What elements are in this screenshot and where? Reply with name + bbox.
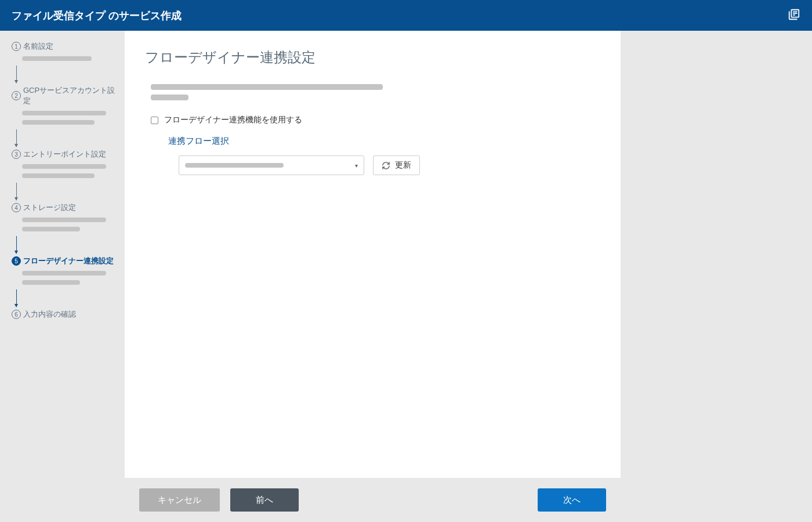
header-action-icon[interactable] <box>788 8 800 23</box>
page-title: ファイル受信タイプ のサービス作成 <box>12 9 182 23</box>
placeholder-line <box>22 111 106 115</box>
checkbox-label: フローデザイナー連携機能を使用する <box>164 115 302 125</box>
placeholder-line <box>151 95 188 100</box>
next-button[interactable]: 次へ <box>538 488 606 512</box>
step-label: エントリーポイント設定 <box>23 149 106 160</box>
step-label: フローデザイナー連携設定 <box>23 256 114 266</box>
step-number-icon: 5 <box>12 256 21 266</box>
placeholder-line <box>22 271 106 276</box>
step-number-icon: 2 <box>12 91 21 100</box>
placeholder-line <box>22 120 95 125</box>
step-5-current[interactable]: 5 フローデザイナー連携設定 <box>12 256 119 285</box>
step-connector-icon <box>16 289 17 307</box>
step-1[interactable]: 1 名前設定 <box>12 41 119 61</box>
step-3[interactable]: 3 エントリーポイント設定 <box>12 149 119 178</box>
flow-select-dropdown[interactable]: ▾ <box>179 155 364 175</box>
refresh-label: 更新 <box>395 160 411 171</box>
chevron-down-icon: ▾ <box>355 162 358 169</box>
use-flow-designer-checkbox[interactable] <box>151 117 158 124</box>
placeholder-line <box>151 84 383 90</box>
step-6[interactable]: 6 入力内容の確認 <box>12 309 119 320</box>
placeholder-line <box>185 163 284 168</box>
app-header: ファイル受信タイプ のサービス作成 <box>0 0 812 31</box>
content-title: フローデザイナー連携設定 <box>145 48 600 67</box>
content-panel: フローデザイナー連携設定 フローデザイナー連携機能を使用する 連携フロー選択 ▾ <box>125 31 621 478</box>
wizard-steps-sidebar: 1 名前設定 2 GCPサービスアカウント設定 3 エントリーポイント設定 <box>0 31 125 522</box>
step-number-icon: 1 <box>12 42 21 51</box>
step-number-icon: 3 <box>12 150 21 159</box>
step-label: ストレージ設定 <box>23 202 76 213</box>
placeholder-line <box>22 56 92 61</box>
placeholder-line <box>22 217 106 222</box>
step-4[interactable]: 4 ストレージ設定 <box>12 202 119 231</box>
placeholder-line <box>22 173 95 178</box>
step-connector-icon <box>16 183 17 200</box>
placeholder-line <box>22 164 106 169</box>
refresh-icon <box>382 161 390 170</box>
step-number-icon: 4 <box>12 203 21 212</box>
step-label: 名前設定 <box>23 41 53 52</box>
flow-select-title: 連携フロー選択 <box>168 136 600 147</box>
step-label: GCPサービスアカウント設定 <box>23 85 119 106</box>
prev-button[interactable]: 前へ <box>230 488 299 512</box>
use-flow-designer-checkbox-row: フローデザイナー連携機能を使用する <box>151 115 600 125</box>
wizard-footer: キャンセル 前へ 次へ <box>125 478 621 522</box>
step-connector-icon <box>16 129 17 147</box>
placeholder-line <box>22 227 80 231</box>
step-connector-icon <box>16 66 17 83</box>
step-connector-icon <box>16 236 17 253</box>
step-label: 入力内容の確認 <box>23 309 76 320</box>
refresh-button[interactable]: 更新 <box>373 155 420 175</box>
step-number-icon: 6 <box>12 310 21 319</box>
placeholder-line <box>22 280 80 285</box>
step-2[interactable]: 2 GCPサービスアカウント設定 <box>12 85 119 125</box>
cancel-button[interactable]: キャンセル <box>139 488 220 512</box>
